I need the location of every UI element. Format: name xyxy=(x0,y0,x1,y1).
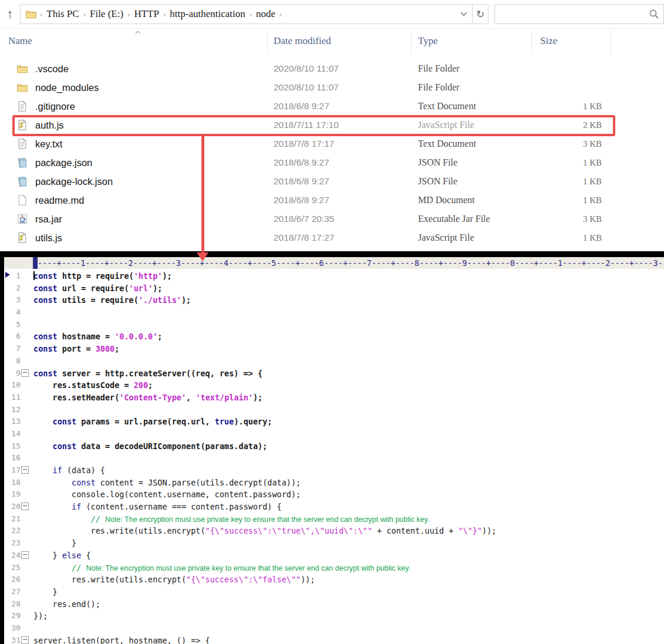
code-text: res.setHeader('Content-Type', 'text/plai… xyxy=(29,392,262,404)
breadcrumb-item[interactable]: This PC xyxy=(43,8,82,20)
column-divider[interactable] xyxy=(611,30,611,53)
fold-gutter-spacer xyxy=(21,428,29,440)
file-type: File Folder xyxy=(418,78,531,97)
code-text: } xyxy=(29,537,76,549)
breadcrumb-item[interactable]: File (E:) xyxy=(86,8,127,20)
fold-gutter-spacer xyxy=(21,319,29,331)
file-row[interactable]: package.json 2018/6/8 9:27 JSON File 1 K… xyxy=(0,153,664,172)
fold-marker-icon[interactable] xyxy=(21,367,29,380)
fold-marker-icon[interactable] xyxy=(21,549,29,562)
line-number: 3 xyxy=(4,294,21,306)
fold-gutter-spacer xyxy=(21,525,29,537)
ruler-cursor-column-marker xyxy=(33,257,38,269)
address-dropdown-chevron-icon[interactable] xyxy=(456,5,472,23)
column-divider[interactable] xyxy=(411,30,412,53)
file-type: File Folder xyxy=(418,59,531,78)
file-row[interactable]: node_modules 2020/8/10 11:07 File Folder xyxy=(0,78,664,97)
code-line: 2const url = require('url'); xyxy=(4,282,664,295)
file-row[interactable]: readme.md 2018/6/8 9:27 MD Document 1 KB xyxy=(0,191,664,210)
code-text: res.end(); xyxy=(29,598,100,611)
code-line: 3const utils = require('./utils'); xyxy=(4,294,664,306)
code-text: } xyxy=(29,586,58,598)
file-row[interactable]: package-lock.json 2018/6/8 9:27 JSON Fil… xyxy=(0,172,664,191)
column-header-size[interactable]: Size xyxy=(540,35,557,47)
file-row[interactable]: rsa.jar 2018/6/7 20:35 Executable Jar Fi… xyxy=(0,210,664,228)
search-input[interactable] xyxy=(495,5,663,23)
file-type: JSON File xyxy=(418,153,531,172)
fold-gutter-spacer xyxy=(21,331,29,343)
code-text: res.statusCode = 200; xyxy=(29,379,153,392)
file-row[interactable]: .vscode 2020/8/10 11:07 File Folder xyxy=(0,59,664,78)
file-name[interactable]: node_modules xyxy=(35,78,274,97)
column-divider[interactable] xyxy=(267,30,268,53)
breadcrumb-container: ›This PC›File (E:)›HTTP›http-authenticat… xyxy=(21,5,456,23)
column-divider[interactable] xyxy=(531,30,532,53)
code-text: const data = decodeURIComponent(params.d… xyxy=(29,440,267,453)
line-number: 17 xyxy=(4,464,21,477)
code-text: if (data) { xyxy=(29,464,105,477)
fold-gutter-spacer xyxy=(21,392,29,404)
fold-gutter-spacer xyxy=(21,622,29,635)
fold-gutter-spacer xyxy=(21,270,29,282)
file-name[interactable]: key.txt xyxy=(35,134,274,153)
highlight-box-annotation xyxy=(12,115,615,136)
fold-gutter-spacer xyxy=(21,477,29,489)
file-name[interactable]: readme.md xyxy=(35,191,274,210)
column-header-date-modified[interactable]: Date modified xyxy=(274,35,331,47)
code-line: 13 const params = url.parse(req.url, tru… xyxy=(4,416,664,428)
file-date-modified: 2018/6/8 9:27 xyxy=(274,191,418,210)
file-date-modified: 2020/8/10 11:07 xyxy=(274,59,418,78)
breadcrumb-item[interactable]: node xyxy=(252,8,279,20)
line-number: 22 xyxy=(4,525,21,537)
file-name[interactable]: package-lock.json xyxy=(35,172,274,191)
line-number: 24 xyxy=(4,549,21,562)
json-file-icon xyxy=(16,157,28,168)
address-bar[interactable]: ›This PC›File (E:)›HTTP›http-authenticat… xyxy=(20,4,488,24)
file-list: .vscode 2020/8/10 11:07 File Folder node… xyxy=(0,59,664,247)
file-type: Executable Jar File xyxy=(418,210,531,228)
code-line: 5 xyxy=(4,319,664,331)
jar-file-icon xyxy=(16,213,28,225)
breadcrumb-separator-icon[interactable]: › xyxy=(279,9,282,19)
fold-marker-icon[interactable] xyxy=(21,501,29,513)
file-name[interactable]: package.json xyxy=(35,153,274,172)
file-size: 1 KB xyxy=(531,97,602,116)
line-number: 31 xyxy=(4,635,21,644)
code-line: 10 res.statusCode = 200; xyxy=(4,379,664,392)
refresh-button[interactable]: ↻ xyxy=(472,5,488,23)
code-line: 11 res.setHeader('Content-Type', 'text/p… xyxy=(4,392,664,404)
file-name[interactable]: utils.js xyxy=(35,228,274,247)
fold-marker-icon[interactable] xyxy=(21,464,29,477)
code-text xyxy=(29,622,33,635)
text-caret xyxy=(33,271,35,280)
fold-gutter-spacer xyxy=(21,306,29,319)
file-size: 1 KB xyxy=(531,191,602,210)
line-number: 30 xyxy=(4,622,21,635)
code-text: const url = require('url'); xyxy=(29,282,162,295)
file-size: 1 KB xyxy=(531,153,602,172)
up-arrow-button[interactable]: ↑ xyxy=(0,6,20,22)
line-number: 25 xyxy=(4,562,21,574)
column-header-name[interactable]: Name xyxy=(8,35,32,47)
search-icon[interactable] xyxy=(649,9,659,19)
code-line: 15 const data = decodeURIComponent(param… xyxy=(4,440,664,453)
fold-marker-icon[interactable] xyxy=(21,635,29,644)
file-row[interactable]: utils.js 2018/7/8 17:27 JavaScript File … xyxy=(0,228,664,247)
folder-icon xyxy=(25,8,37,20)
file-name[interactable]: .gitignore xyxy=(35,97,274,116)
file-row[interactable]: .gitignore 2018/6/8 9:27 Text Document 1… xyxy=(0,97,664,116)
code-line: 19 console.log(content.username, content… xyxy=(4,488,664,501)
fold-gutter-spacer xyxy=(21,379,29,392)
line-number: 11 xyxy=(4,392,21,404)
file-row[interactable]: key.txt 2018/7/8 17:17 Text Document 3 K… xyxy=(0,134,664,153)
file-name[interactable]: rsa.jar xyxy=(35,210,274,228)
code-line: 9const server = http.createServer((req, … xyxy=(4,367,664,380)
file-name[interactable]: .vscode xyxy=(35,59,274,78)
code-line: 1const http = require('http'); xyxy=(4,270,664,282)
column-header-type[interactable]: Type xyxy=(418,35,438,47)
fold-gutter-spacer xyxy=(21,294,29,306)
fold-gutter-spacer xyxy=(21,452,29,464)
breadcrumb-item[interactable]: http-authentication xyxy=(166,8,248,20)
file-date-modified: 2018/6/8 9:27 xyxy=(274,172,418,191)
breadcrumb-item[interactable]: HTTP xyxy=(130,8,163,20)
